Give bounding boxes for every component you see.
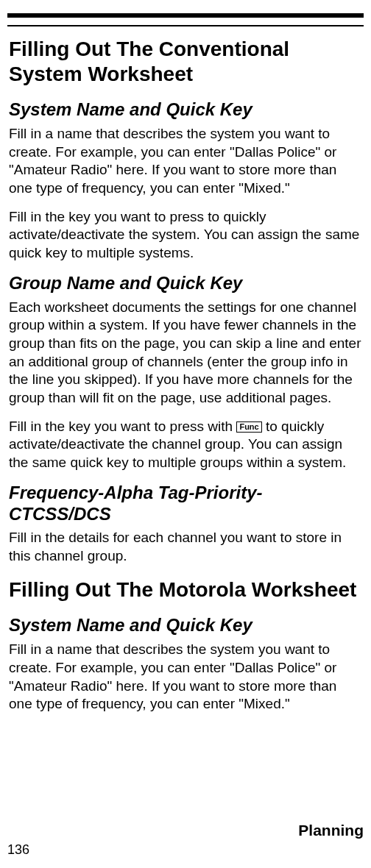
paragraph-system-name-desc: Fill in a name that describes the system…	[9, 125, 362, 198]
heading-group-name: Group Name and Quick Key	[9, 273, 362, 294]
paragraph-frequency-desc: Fill in the details for each channel you…	[9, 529, 362, 565]
top-rule-thin	[7, 25, 364, 26]
heading-system-name-2: System Name and Quick Key	[9, 615, 362, 636]
section-label: Planning	[7, 822, 364, 839]
heading-motorola-worksheet: Filling Out The Motorola Worksheet	[9, 577, 362, 602]
page-content: Filling Out The Conventional System Work…	[7, 37, 364, 714]
page-footer: Planning 136	[7, 822, 364, 858]
func-key-icon: Func	[236, 421, 261, 433]
paragraph-system-name-desc-2: Fill in a name that describes the system…	[9, 641, 362, 714]
heading-system-name-1: System Name and Quick Key	[9, 99, 362, 121]
page-number: 136	[7, 842, 364, 858]
paragraph-group-quick-key-desc: Fill in the key you want to press with F…	[9, 418, 362, 472]
heading-frequency-alpha: Frequency-Alpha Tag-Priority-CTCSS/DCS	[9, 483, 362, 525]
paragraph-system-quick-key-desc: Fill in the key you want to press to qui…	[9, 208, 362, 263]
paragraph-group-worksheet-desc: Each worksheet documents the settings fo…	[9, 299, 362, 408]
top-rule-thick	[7, 13, 364, 18]
heading-conventional-worksheet: Filling Out The Conventional System Work…	[9, 37, 362, 86]
text-before-func: Fill in the key you want to press with	[9, 419, 236, 434]
